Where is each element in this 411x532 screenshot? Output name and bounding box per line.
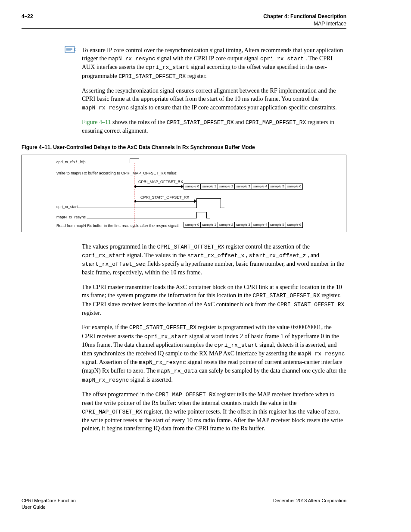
footer-right: December 2013 Altera Corporation [273, 498, 346, 511]
paragraph-6: For example, if the CPRI_START_OFFSET_RX… [82, 323, 346, 384]
paragraph-5: The CPRI master transmitter loads the Ax… [82, 283, 346, 317]
pulse-rfp [130, 159, 139, 163]
sample-row-bottom: sample 0 sample 1 sample 2 sample 3 samp… [184, 222, 303, 228]
page-number: 4–22 [22, 13, 33, 28]
pulse-resync [196, 212, 207, 218]
note-icon [65, 46, 78, 81]
paragraph-7: The offset programmed in the CPRI_MAP_OF… [82, 390, 346, 433]
figure-link[interactable]: Figure 4–11 [82, 119, 111, 125]
footer-left: CPRI MegaCore Function User Guide [22, 498, 76, 511]
fig-label-write: Write to mapN Rx buffer according to CPR… [56, 171, 177, 176]
fig-label-rfp: cpri_rx_rfp / _hfp [56, 159, 86, 165]
chapter-title: Chapter 4: Functional Description [263, 13, 346, 20]
section-title: MAP Interface [263, 20, 346, 28]
note-text: To ensure IP core control over the resyn… [82, 46, 346, 81]
pulse-rxstart [196, 198, 221, 208]
paragraph-3: Figure 4–11 shows the roles of the CPRI_… [82, 118, 346, 135]
figure-4-11: cpri_rx_rfp / _hfp Write to mapN Rx buff… [22, 155, 346, 232]
note-block: To ensure IP core control over the resyn… [22, 46, 346, 81]
paragraph-4: The values programmed in the CPRI_START_… [82, 243, 346, 277]
page-footer: CPRI MegaCore Function User Guide Decemb… [22, 498, 346, 511]
figure-caption: Figure 4–11. User-Controlled Delays to t… [22, 144, 346, 151]
fig-label-resync: mapN_rx_resync [56, 215, 86, 220]
fig-label-mapoff: CPRI_MAP_OFFSET_RX [138, 179, 183, 185]
fig-label-startoff: CPRI_START_OFFSET_RX [140, 195, 189, 200]
fig-label-read: Read from mapN Rx buffer in the first re… [56, 223, 179, 229]
page-header: 4–22 Chapter 4: Functional Description M… [22, 13, 346, 29]
header-right: Chapter 4: Functional Description MAP In… [263, 13, 346, 28]
sample-row-top: sample 0 sample 1 sample 2 sample 3 samp… [184, 184, 303, 190]
paragraph-2: Asserting the resynchronization signal e… [82, 87, 346, 112]
fig-label-rxstart: cpri_rx_start [56, 204, 78, 210]
